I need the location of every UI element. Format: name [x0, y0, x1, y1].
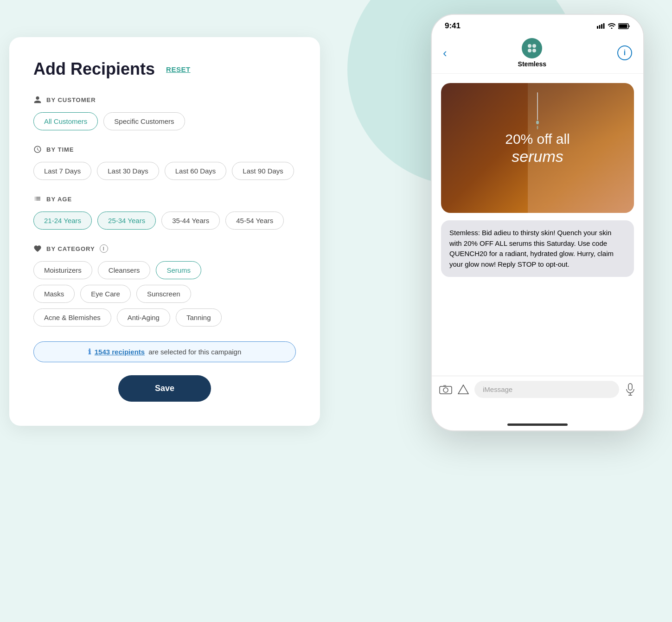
imessage-placeholder: iMessage: [483, 385, 512, 393]
category-row-3: Acne & Blemishes Anti-Aging Tanning: [33, 308, 296, 327]
contact-name: Stemless: [518, 60, 546, 68]
phone-status-bar: 9:41: [432, 15, 643, 34]
phone-nav-bar: ‹ Stemless i: [432, 34, 643, 74]
by-customer-label: BY CUSTOMER: [33, 96, 296, 104]
home-indicator: [507, 423, 568, 426]
last-7-days-chip[interactable]: Last 7 Days: [33, 162, 91, 180]
customer-chips: All Customers Specific Customers: [33, 112, 296, 130]
svg-point-6: [528, 44, 531, 48]
eye-care-chip[interactable]: Eye Care: [80, 285, 131, 303]
last-90-days-chip[interactable]: Last 90 Days: [232, 162, 294, 180]
svg-point-11: [536, 121, 539, 124]
contact-avatar: [522, 38, 542, 58]
category-row-1: Moisturizers Cleansers Serums: [33, 261, 296, 279]
by-category-section: BY CATEGORY i Moisturizers Cleansers Ser…: [33, 244, 296, 327]
age-45-54-chip[interactable]: 45-54 Years: [225, 212, 284, 230]
by-category-label: BY CATEGORY i: [33, 244, 296, 253]
back-button[interactable]: ‹: [443, 46, 447, 60]
svg-rect-10: [537, 92, 538, 120]
moisturizers-chip[interactable]: Moisturizers: [33, 261, 92, 279]
person-icon: [33, 96, 42, 104]
appstore-icon[interactable]: [458, 384, 469, 395]
svg-point-8: [528, 49, 531, 52]
promo-subline: serums: [505, 147, 570, 166]
wifi-icon: [608, 23, 615, 29]
masks-chip[interactable]: Masks: [33, 285, 75, 303]
by-time-section: BY TIME Last 7 Days Last 30 Days Last 60…: [33, 145, 296, 180]
contact-info-button[interactable]: i: [617, 45, 632, 60]
by-time-label: BY TIME: [33, 145, 296, 154]
reset-link[interactable]: RESET: [166, 65, 191, 73]
promo-image: 20% off all serums: [441, 83, 634, 213]
anti-aging-chip[interactable]: Anti-Aging: [117, 308, 170, 327]
phone-input-bar: iMessage: [432, 376, 643, 403]
age-21-24-chip[interactable]: 21-24 Years: [33, 212, 92, 230]
imessage-input[interactable]: iMessage: [474, 381, 619, 398]
svg-rect-5: [619, 24, 627, 28]
category-chips-container: Moisturizers Cleansers Serums Masks Eye …: [33, 261, 296, 327]
time-chips: Last 7 Days Last 30 Days Last 60 Days La…: [33, 162, 296, 180]
mic-icon[interactable]: [625, 383, 636, 396]
heart-icon: [33, 244, 42, 253]
svg-rect-2: [601, 24, 602, 29]
svg-rect-0: [597, 26, 598, 29]
signal-icon: [597, 23, 605, 29]
phone-content: 20% off all serums Stemless: Bid adieu t…: [432, 74, 643, 284]
tanning-chip[interactable]: Tanning: [176, 308, 222, 327]
panel-header: Add Recipients RESET: [33, 59, 296, 79]
promo-text: 20% off all serums: [505, 131, 570, 166]
all-customers-chip[interactable]: All Customers: [33, 112, 98, 130]
svg-rect-1: [599, 25, 601, 29]
sunscreen-chip[interactable]: Sunscreen: [136, 285, 191, 303]
svg-point-7: [532, 44, 536, 48]
phone-time: 9:41: [445, 21, 461, 31]
cleansers-chip[interactable]: Cleansers: [98, 261, 151, 279]
last-30-days-chip[interactable]: Last 30 Days: [97, 162, 159, 180]
phone-contact: Stemless: [518, 38, 546, 68]
by-age-section: BY AGE 21-24 Years 25-34 Years 35-44 Yea…: [33, 195, 296, 230]
by-customer-section: BY CUSTOMER All Customers Specific Custo…: [33, 96, 296, 130]
add-recipients-panel: Add Recipients RESET BY CUSTOMER All Cus…: [9, 37, 320, 426]
panel-title: Add Recipients: [33, 59, 155, 79]
age-25-34-chip[interactable]: 25-34 Years: [97, 212, 156, 230]
message-bubble: Stemless: Bid adieu to thirsty skin! Que…: [441, 220, 634, 277]
stemless-logo: [525, 42, 538, 55]
recipients-text: are selected for this campaign: [148, 348, 241, 356]
clock-icon: [33, 145, 42, 154]
acne-blemishes-chip[interactable]: Acne & Blemishes: [33, 308, 111, 327]
specific-customers-chip[interactable]: Specific Customers: [103, 112, 185, 130]
dropper-icon: [536, 92, 539, 129]
last-60-days-chip[interactable]: Last 60 Days: [165, 162, 227, 180]
save-button[interactable]: Save: [118, 375, 211, 402]
category-info-icon[interactable]: i: [100, 244, 108, 253]
camera-icon[interactable]: [439, 385, 452, 395]
svg-rect-15: [443, 385, 446, 387]
phone-status-icons: [597, 23, 630, 29]
by-age-label: BY AGE: [33, 195, 296, 203]
phone-mockup: 9:41 ‹: [431, 14, 644, 431]
recipients-info-icon: ℹ: [88, 347, 91, 356]
svg-rect-3: [603, 23, 605, 29]
age-icon: [33, 195, 42, 203]
category-row-2: Masks Eye Care Sunscreen: [33, 285, 296, 303]
promo-headline: 20% off all: [505, 131, 570, 147]
svg-rect-16: [628, 384, 632, 390]
serums-chip[interactable]: Serums: [156, 261, 201, 279]
recipients-bar: ℹ 1543 recipients are selected for this …: [33, 341, 296, 362]
recipients-count[interactable]: 1543 recipients: [95, 348, 145, 356]
svg-point-12: [537, 126, 538, 129]
svg-point-14: [443, 388, 448, 392]
age-35-44-chip[interactable]: 35-44 Years: [161, 212, 220, 230]
age-chips: 21-24 Years 25-34 Years 35-44 Years 45-5…: [33, 212, 296, 230]
battery-icon: [618, 23, 630, 29]
svg-point-9: [532, 49, 536, 52]
